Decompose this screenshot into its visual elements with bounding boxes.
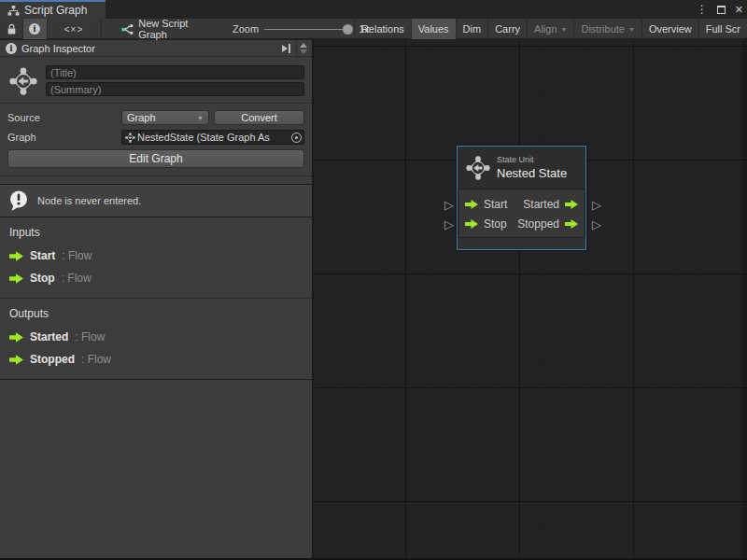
window-menu-icon[interactable]: ⋮: [697, 4, 708, 15]
node-header[interactable]: State Unit Nested State: [458, 147, 585, 189]
node-title-label: Nested State: [497, 166, 567, 180]
canvas-right-gutter: [741, 40, 747, 558]
chevron-down-icon: ▼: [628, 26, 635, 33]
info-icon: i: [6, 43, 17, 54]
scroll-up-icon[interactable]: [300, 43, 307, 48]
graph-identity-section: [0, 57, 312, 104]
inspector-title: Graph Inspector: [21, 43, 95, 54]
transition-port-icon[interactable]: ▷: [444, 199, 454, 211]
transition-port-icon[interactable]: ▷: [592, 218, 601, 231]
info-icon: i: [29, 23, 40, 35]
outputs-section: Outputs Started : Flow Stopped : Flow: [0, 299, 312, 380]
zoom-label: Zoom: [230, 19, 261, 39]
scroll-spinner[interactable]: [296, 40, 310, 57]
source-label: Source: [7, 112, 121, 123]
input-port-stop: Stop : Flow: [9, 272, 303, 285]
toolbar-button-align[interactable]: Align ▼: [527, 19, 573, 39]
transition-port-icon[interactable]: ▷: [592, 199, 601, 211]
transition-port-icon[interactable]: ▷: [444, 218, 454, 231]
input-port-start: Start : Flow: [9, 249, 303, 262]
source-dropdown[interactable]: Graph ▼: [121, 110, 209, 125]
warning-bubble-icon: [7, 189, 30, 212]
flow-arrow-icon: [9, 273, 23, 284]
graph-canvas[interactable]: State Unit Nested State Start Started: [314, 40, 747, 558]
flow-arrow-icon: [9, 355, 23, 365]
warning-message: Node is never entered.: [0, 184, 312, 217]
state-graph-icon: [125, 133, 135, 143]
node-footer: [458, 237, 585, 249]
flow-arrow-icon: [9, 332, 23, 343]
maximize-icon[interactable]: [717, 6, 726, 14]
graph-label: Graph: [7, 132, 121, 143]
state-unit-icon: [9, 67, 37, 95]
source-section: Source Graph ▼ Convert Graph NestedState…: [0, 104, 312, 176]
flow-arrow-icon: [9, 251, 23, 261]
output-port-stopped: Stopped : Flow: [9, 353, 303, 366]
graph-hierarchy-icon: [7, 6, 20, 16]
edit-graph-button[interactable]: Edit Graph: [7, 149, 304, 168]
inputs-title: Inputs: [9, 226, 303, 239]
summary-field[interactable]: [46, 82, 304, 96]
graph-object-value: NestedState (State Graph As: [137, 132, 291, 143]
lock-button[interactable]: [0, 19, 22, 39]
inputs-section: Inputs Start : Flow Stop : Flow: [0, 217, 312, 299]
dock-panel-icon[interactable]: [282, 44, 290, 53]
toolbar-button-overview[interactable]: Overview: [641, 19, 698, 39]
flow-input-icon[interactable]: [465, 200, 478, 209]
toolbar-button-fullscreen[interactable]: Full Scr: [698, 19, 747, 39]
node-port-row: Start Started: [458, 194, 585, 214]
new-graph-icon: [121, 23, 134, 35]
code-view-button[interactable]: <×>: [47, 19, 101, 39]
toolbar-button-values[interactable]: Values: [411, 19, 456, 39]
toolbar-button-distribute[interactable]: Distribute ▼: [573, 19, 641, 39]
zoom-slider-track[interactable]: [264, 29, 350, 30]
lock-icon: [7, 23, 17, 35]
toolbar-button-relations[interactable]: Relations: [354, 19, 411, 39]
flow-output-icon[interactable]: [565, 219, 578, 229]
close-icon[interactable]: ✕: [735, 5, 743, 15]
output-port-started: Started : Flow: [9, 330, 303, 343]
inspector-header: i Graph Inspector: [0, 40, 312, 57]
tab-script-graph[interactable]: Script Graph: [0, 0, 106, 19]
toolbar-button-carry[interactable]: Carry: [487, 19, 527, 39]
titlebar: Script Graph ⋮ ✕: [0, 0, 747, 19]
outputs-title: Outputs: [9, 307, 303, 320]
graph-inspector-panel: i Graph Inspector: [0, 40, 314, 558]
state-unit-icon: [466, 156, 490, 180]
flow-output-icon[interactable]: [565, 200, 578, 209]
scroll-down-icon[interactable]: [300, 49, 307, 54]
state-unit-node[interactable]: State Unit Nested State Start Started: [457, 146, 586, 250]
graph-object-field[interactable]: NestedState (State Graph As: [121, 130, 304, 145]
node-port-row: Stop Stopped: [458, 214, 585, 233]
chevron-down-icon: ▼: [561, 26, 568, 33]
node-kind-label: State Unit: [497, 155, 567, 164]
flow-input-icon[interactable]: [465, 219, 478, 229]
new-graph-label: New Script Graph: [138, 18, 215, 40]
new-script-graph-button[interactable]: New Script Graph: [121, 19, 215, 39]
chevron-down-icon: ▼: [197, 115, 204, 121]
graph-toolbar: i <×> New Script Graph Zoom 1x Relations…: [0, 19, 747, 39]
title-field[interactable]: [46, 65, 304, 79]
zoom-slider-handle[interactable]: [343, 24, 353, 35]
inspector-toggle-button[interactable]: i: [22, 19, 47, 39]
tab-title: Script Graph: [24, 4, 87, 17]
object-picker-icon[interactable]: [291, 133, 302, 143]
toolbar-button-dim[interactable]: Dim: [456, 19, 488, 39]
script-graph-window: Script Graph ⋮ ✕ i <×>: [0, 0, 747, 560]
warning-text: Node is never entered.: [37, 195, 141, 206]
convert-button[interactable]: Convert: [214, 110, 304, 125]
